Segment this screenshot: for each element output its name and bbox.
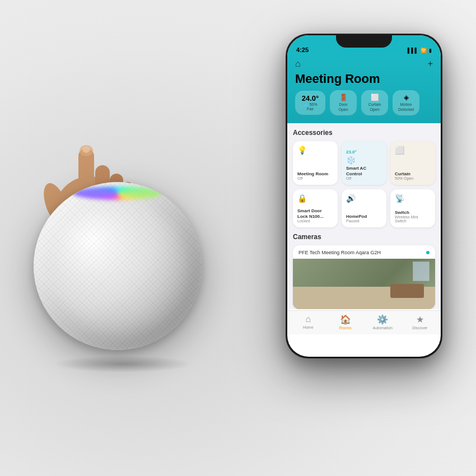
homepod-name: HomePod xyxy=(346,214,382,220)
svg-point-10 xyxy=(82,146,90,153)
lock-icon: 🔒 xyxy=(297,194,333,203)
tab-home-label: Home xyxy=(303,325,314,329)
curtain-tile[interactable]: ⬜ CurtainOpen xyxy=(361,90,388,115)
ac-temp: 23.0° xyxy=(346,150,357,155)
room-desk xyxy=(390,284,424,298)
room-view xyxy=(293,259,435,309)
app-content: Accessories 💡 Meeting Room Off 23.0° xyxy=(287,123,441,309)
accessories-section-title: Accessories xyxy=(293,129,435,137)
door-icon: 🚪 xyxy=(339,94,348,101)
temp-value: 24.0° xyxy=(302,94,319,102)
tab-rooms-label: Rooms xyxy=(339,326,352,330)
battery-icon: ▮ xyxy=(429,48,432,53)
camera-status-dot xyxy=(426,251,430,254)
status-icons: ▌▌▌ 🛜 ▮ xyxy=(408,48,432,53)
camera-preview[interactable] xyxy=(293,259,435,309)
curtain-label: CurtainOpen xyxy=(368,102,381,112)
tab-rooms[interactable]: 🏠 Rooms xyxy=(333,314,358,330)
status-time: 4:25 xyxy=(296,46,309,53)
motion-tile[interactable]: ◈ MotionDetected xyxy=(393,90,419,115)
curtain-icon: ⬜ xyxy=(371,94,379,101)
temp-tile[interactable]: 24.0° 💧 56%Fair xyxy=(295,91,325,115)
light-name: Meeting Room xyxy=(297,171,333,177)
page-title: Meeting Room xyxy=(295,72,433,86)
curtain-acc-status: 50% Open xyxy=(395,176,431,180)
tab-bar: ⌂ Home 🏠 Rooms ⚙️ Automation ★ Discover xyxy=(287,310,441,334)
ac-status: Off xyxy=(346,176,382,180)
door-tile[interactable]: 🚪 DoorOpen xyxy=(330,90,357,115)
phone-shell: 4:25 ▌▌▌ 🛜 ▮ ⌂ + Meeting Room 24.0° xyxy=(286,34,442,358)
motion-icon: ◈ xyxy=(404,94,409,101)
room-window xyxy=(413,262,430,281)
humidity-label: 💧 56%Fair xyxy=(304,102,318,112)
cameras-section-title: Cameras xyxy=(293,233,435,241)
rainbow-ring xyxy=(73,186,162,200)
ac-tile[interactable]: 23.0° ❄️ Smart AC Control Off xyxy=(342,141,386,185)
tab-rooms-icon: 🏠 xyxy=(340,314,351,325)
camera-header: PFE Tech Meeting Room Aqara G2H xyxy=(293,245,435,259)
accessories-grid-row2: 🔒 Smart Door Lock N100... Locked 🔊 HomeP… xyxy=(293,189,435,227)
tab-discover[interactable]: ★ Discover xyxy=(408,314,432,330)
door-lock-tile[interactable]: 🔒 Smart Door Lock N100... Locked xyxy=(293,189,338,227)
signal-icon: ▌▌▌ xyxy=(408,48,418,53)
switch-icon: 📡 xyxy=(395,194,431,203)
tab-discover-icon: ★ xyxy=(416,314,424,325)
home-icon[interactable]: ⌂ xyxy=(295,59,301,69)
status-row: 24.0° 💧 56%Fair 🚪 DoorOpen ⬜ CurtainOpen… xyxy=(295,90,433,115)
camera-section: PFE Tech Meeting Room Aqara G2H xyxy=(293,245,435,309)
left-section xyxy=(0,56,235,420)
phone-screen: 4:25 ▌▌▌ 🛜 ▮ ⌂ + Meeting Room 24.0° xyxy=(287,35,441,357)
tab-automation[interactable]: ⚙️ Automation xyxy=(370,314,395,330)
tab-automation-label: Automation xyxy=(373,326,393,330)
switch-tile[interactable]: 📡 Switch Wireless Mini Switch xyxy=(390,189,435,227)
homepod-tile[interactable]: 🔊 HomePod Paused xyxy=(342,189,386,227)
meeting-room-light-tile[interactable]: 💡 Meeting Room Off xyxy=(293,141,338,185)
speaker-container xyxy=(34,182,213,361)
app-header: ⌂ + Meeting Room 24.0° 💧 56%Fair 🚪 DoorO… xyxy=(287,55,441,123)
homepod-icon: 🔊 xyxy=(346,194,382,203)
switch-status: Wireless Mini Switch xyxy=(395,215,431,223)
tab-home[interactable]: ⌂ Home xyxy=(296,314,320,330)
camera-name: PFE Tech Meeting Room Aqara G2H xyxy=(298,250,381,255)
door-label: DoorOpen xyxy=(338,102,348,112)
add-icon[interactable]: + xyxy=(428,59,433,69)
ac-name: Smart AC Control xyxy=(346,166,382,176)
homepod-status: Paused xyxy=(346,219,382,223)
ac-icon: ❄️ xyxy=(346,156,382,165)
speaker-sphere[interactable] xyxy=(34,182,202,350)
lock-status: Locked xyxy=(297,219,333,223)
curtain-acc-tile[interactable]: ⬜ Curtain 50% Open xyxy=(390,141,435,185)
curtain-acc-icon: ⬜ xyxy=(395,146,431,155)
header-nav: ⌂ + xyxy=(295,59,433,69)
notch xyxy=(336,35,392,48)
light-icon: 💡 xyxy=(297,146,333,155)
phone-container: 4:25 ▌▌▌ 🛜 ▮ ⌂ + Meeting Room 24.0° xyxy=(286,34,442,358)
speaker-shadow xyxy=(53,356,193,372)
tab-automation-icon: ⚙️ xyxy=(377,314,388,325)
wifi-icon: 🛜 xyxy=(421,48,427,53)
lock-name: Smart Door Lock N100... xyxy=(297,208,333,219)
accessories-grid-row1: 💡 Meeting Room Off 23.0° ❄️ Smart AC Con… xyxy=(293,141,435,185)
tab-home-icon: ⌂ xyxy=(305,314,311,324)
curtain-acc-name: Curtain xyxy=(395,171,431,177)
switch-name: Switch xyxy=(395,210,431,216)
tab-discover-label: Discover xyxy=(412,326,427,330)
light-status: Off xyxy=(297,176,333,180)
motion-label: MotionDetected xyxy=(398,102,414,112)
